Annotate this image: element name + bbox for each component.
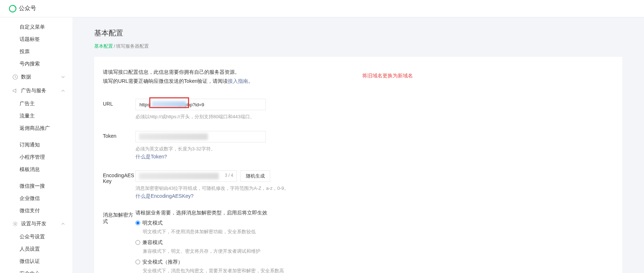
guide-link[interactable]: 接入指南 [228,78,248,84]
sidebar-item-wxsearch[interactable]: 微信搜一搜 [0,180,72,192]
breadcrumb-root[interactable]: 基本配置 [94,43,113,49]
sidebar: 自定义菜单 话题标签 投票 号内搜索 数据 广告与服务 广告主 流量主 返佣商品… [0,17,72,273]
form-row-aeskey: EncodingAESKey 3 / 4 随机生成 消息加密密钥由43位字符组成… [103,170,614,200]
mode-radio-compat[interactable]: 兼容模式 [135,239,614,246]
sidebar-item-verify[interactable]: 微信认证 [0,255,72,268]
sidebar-item-advertiser[interactable]: 广告主 [0,98,72,110]
form-row-mode: 消息加解密方式 请根据业务需要，选择消息加解密类型，启用后将立即生效 明文模式 … [103,210,614,273]
clock-icon [12,74,18,80]
sidebar-item-miniprogram[interactable]: 小程序管理 [0,151,72,163]
mode-radio-plain[interactable]: 明文模式 [135,220,614,226]
mode-desc-compat: 兼容模式下，明文、密文将共存，方便开发者调试和维护 [143,248,614,255]
breadcrumb: 基本配置/填写服务器配置 [94,43,622,50]
mode-desc-plain: 明文模式下，不使用消息体加解密功能，安全系数较低 [143,229,614,235]
sidebar-item-staff[interactable]: 人员设置 [0,243,72,255]
sidebar-item-account-settings[interactable]: 公众号设置 [0,231,72,243]
aes-help-link[interactable]: 什么是EncodingAESKey? [135,193,193,200]
mode-intro: 请根据业务需要，选择消息加解密类型，启用后将立即生效 [135,210,614,216]
gear-icon [12,221,18,227]
wechat-logo-icon [9,5,17,13]
url-hint: 必须以http://或https://开头，分别支持80端口和443端口。 [135,113,614,121]
sidebar-item-search[interactable]: 号内搜索 [0,58,72,70]
brand-name: 公众号 [19,5,36,12]
aes-label: EncodingAESKey [103,170,135,200]
chevron-up-icon [61,89,65,93]
token-hint: 必须为英文或数字，长度为3-32字符。 [135,145,614,153]
sidebar-item-traffic[interactable]: 流量主 [0,110,72,122]
form-row-token: Token 必须为英文或数字，长度为3-32字符。 什么是Token? [103,131,614,160]
intro-line-1: 请填写接口配置信息，此信息需要你拥有自己的服务器资源。 [103,68,614,77]
page-title: 基本配置 [94,28,622,38]
token-help-link[interactable]: 什么是Token? [135,154,167,160]
main-content: 基本配置 基本配置/填写服务器配置 请填写接口配置信息，此信息需要你拥有自己的服… [72,17,644,273]
aes-counter: 3 / 4 [225,173,233,178]
mode-radio-secure[interactable]: 安全模式（推荐） [135,259,614,265]
sidebar-item-template[interactable]: 模板消息 [0,163,72,176]
brand-logo[interactable]: 公众号 [9,5,36,13]
aes-hint: 消息加密密钥由43位字符组成，可随机修改，字符范围为A-Z，a-z，0-9。 [135,185,614,192]
intro-line-2: 填写的URL需要正确响应微信发送的Token验证，请阅读接入指南。 [103,77,614,86]
app-header: 公众号 [0,0,644,17]
random-generate-button[interactable]: 随机生成 [241,170,270,182]
svg-point-2 [14,223,16,225]
breadcrumb-current: 填写服务器配置 [116,43,149,49]
sidebar-item-security[interactable]: 安全中心 [0,268,72,273]
sidebar-item-topic-tags[interactable]: 话题标签 [0,33,72,46]
sidebar-item-vote[interactable]: 投票 [0,46,72,58]
form-row-url: URL 必须以http://或https://开头，分别支持80端口和443端口… [103,99,614,121]
sidebar-group-data[interactable]: 数据 [0,70,72,84]
sidebar-group-settings[interactable]: 设置与开发 [0,217,72,231]
config-panel: 请填写接口配置信息，此信息需要你拥有自己的服务器资源。 填写的URL需要正确响应… [94,57,622,273]
mode-label: 消息加解密方式 [103,210,135,273]
url-label: URL [103,99,135,121]
sidebar-item-rebate[interactable]: 返佣商品推广 [0,122,72,135]
sidebar-item-wxwork[interactable]: 企业微信 [0,192,72,205]
chevron-up-icon [61,222,65,226]
megaphone-icon [12,88,18,94]
chevron-down-icon [61,75,65,79]
annotation-note: 将旧域名更换为新域名 [362,73,413,79]
sidebar-item-subscribe[interactable]: 订阅通知 [0,139,72,151]
token-label: Token [103,131,135,160]
mode-desc-secure: 安全模式下，消息包为纯密文，需要开发者加密和解密，安全系数高 [143,268,614,273]
sidebar-item-wxpay[interactable]: 微信支付 [0,205,72,217]
sidebar-group-ads[interactable]: 广告与服务 [0,84,72,98]
sidebar-item-custom-menu[interactable]: 自定义菜单 [0,21,72,33]
